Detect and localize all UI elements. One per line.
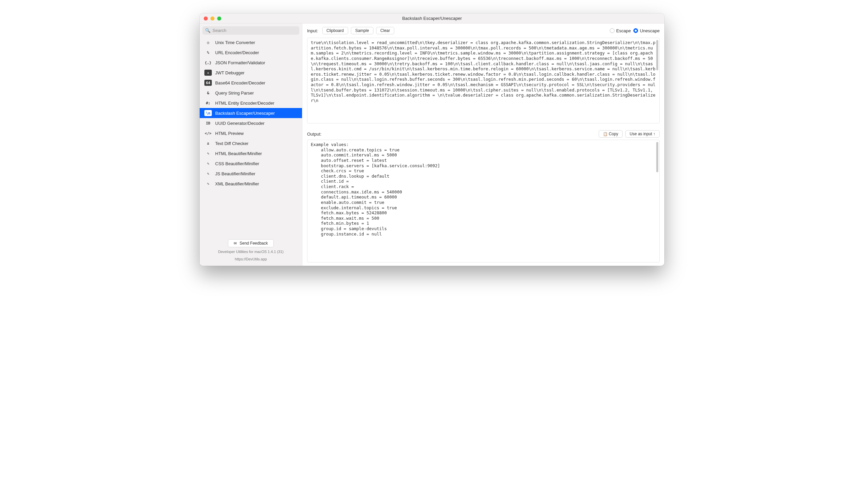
tool-icon: ±	[204, 140, 212, 146]
output-toolbar: Output: 📋 Copy Use as input ↑	[302, 127, 664, 140]
tool-icon: 64	[204, 80, 212, 86]
feedback-label: Send Feedback	[239, 241, 268, 246]
sidebar-item-css-beautifier-minifier[interactable]: ✎CSS Beautifier/Minifier	[200, 159, 302, 169]
tool-icon: ✎	[204, 160, 212, 167]
input-pane: true\n\tisolation.level = read_uncommitt…	[307, 38, 660, 123]
sidebar-item-html-beautifier-minifier[interactable]: ✎HTML Beautifier/Minifier	[200, 148, 302, 159]
sidebar-item-html-preview[interactable]: </>HTML Preview	[200, 128, 302, 138]
sidebar-item-label: HTML Entity Encoder/Decoder	[215, 101, 274, 106]
sidebar-item-jwt-debugger[interactable]: ✦JWT Debugger	[200, 67, 302, 78]
tool-icon: %	[204, 49, 212, 56]
sidebar-item-label: UUID Generator/Decoder	[215, 121, 265, 126]
scrollbar[interactable]	[656, 142, 658, 172]
sidebar-item-label: JSON Formatter/Validator	[215, 60, 265, 65]
sidebar-item-js-beautifier-minifier[interactable]: ✎JS Beautifier/Minifier	[200, 169, 302, 179]
main-panel: Input: Clipboard Sample Clear Escape Une…	[302, 24, 664, 266]
copy-button[interactable]: 📋 Copy	[599, 130, 623, 138]
mail-icon: ✉	[234, 241, 237, 246]
search-input[interactable]: 🔍 Search	[202, 26, 299, 35]
escape-radio-label: Escape	[616, 28, 631, 33]
sidebar-item-label: CSS Beautifier/Minifier	[215, 161, 259, 166]
sidebar-item-label: XML Beautifier/Minifier	[215, 181, 259, 186]
tool-icon: ✦	[204, 70, 212, 76]
sidebar-item-uuid-generator-decoder[interactable]: IDUUID Generator/Decoder	[200, 118, 302, 128]
output-pane: Example values: allow.auto.create.topics…	[307, 140, 660, 262]
tool-icon: ◷	[204, 39, 212, 46]
copy-label: Copy	[609, 132, 618, 136]
sidebar-item-base64-encoder-decoder[interactable]: 64Base64 Encoder/Decoder	[200, 78, 302, 88]
output-label: Output:	[307, 132, 322, 137]
sidebar-item-xml-beautifier-minifier[interactable]: ✎XML Beautifier/Minifier	[200, 179, 302, 189]
scrollbar[interactable]	[656, 40, 658, 70]
sidebar-item-label: Text Diff Checker	[215, 141, 249, 146]
clear-button[interactable]: Clear	[376, 27, 395, 34]
sample-button[interactable]: Sample	[351, 27, 373, 34]
input-toolbar: Input: Clipboard Sample Clear Escape Une…	[302, 24, 664, 38]
tool-icon: #;	[204, 100, 212, 106]
app-version: Developer Utilities for macOS 1.4.1 (31)	[204, 249, 298, 254]
radio-icon	[633, 28, 638, 33]
sidebar-item-label: JS Beautifier/Minifier	[215, 171, 255, 176]
close-icon[interactable]	[204, 16, 208, 21]
sidebar-item-html-entity-encoder-decoder[interactable]: #;HTML Entity Encoder/Decoder	[200, 98, 302, 108]
app-window: Backslash Escaper/Unescaper 🔍 Search ◷Un…	[200, 13, 664, 266]
sidebar-item-label: Base64 Encoder/Decoder	[215, 81, 265, 85]
minimize-icon[interactable]	[211, 16, 215, 21]
sidebar-item-json-formatter-validator[interactable]: {,}JSON Formatter/Validator	[200, 58, 302, 67]
sidebar-item-label: Query String Parser	[215, 90, 254, 96]
sidebar-item-label: Backslash Escaper/Unescaper	[215, 111, 275, 116]
tool-icon: {,}	[204, 60, 212, 65]
tool-icon: \n	[204, 110, 212, 116]
sidebar-item-label: Unix Time Converter	[215, 40, 255, 45]
sidebar-item-backslash-escaper-unescaper[interactable]: \nBackslash Escaper/Unescaper	[200, 108, 302, 118]
sidebar-item-query-string-parser[interactable]: &Query String Parser	[200, 88, 302, 98]
output-textarea[interactable]: Example values: allow.auto.create.topics…	[308, 140, 659, 262]
window-title: Backslash Escaper/Unescaper	[402, 16, 461, 21]
tool-icon: ✎	[204, 181, 212, 187]
tool-icon: </>	[204, 130, 212, 136]
escape-radio[interactable]: Escape	[610, 28, 631, 33]
tool-icon: &	[204, 90, 212, 96]
zoom-icon[interactable]	[217, 16, 221, 21]
tool-icon: ✎	[204, 171, 212, 177]
search-icon: 🔍	[205, 28, 211, 33]
input-textarea[interactable]: true\n\tisolation.level = read_uncommitt…	[308, 38, 659, 123]
sidebar-item-label: HTML Preview	[215, 131, 244, 136]
app-url: https://DevUtils.app	[204, 257, 298, 262]
sidebar: 🔍 Search ◷Unix Time Converter%URL Encode…	[200, 24, 302, 266]
sidebar-nav: ◷Unix Time Converter%URL Encoder/Decoder…	[200, 37, 302, 236]
unescape-radio-label: Unescape	[640, 28, 660, 33]
sidebar-item-unix-time-converter[interactable]: ◷Unix Time Converter	[200, 37, 302, 47]
traffic-lights	[204, 16, 221, 21]
clipboard-icon: 📋	[603, 132, 608, 136]
clipboard-button[interactable]: Clipboard	[322, 27, 348, 34]
sidebar-item-label: JWT Debugger	[215, 70, 244, 75]
search-placeholder: Search	[213, 28, 226, 33]
tool-icon: ✎	[204, 150, 212, 157]
tool-icon: ID	[204, 120, 212, 126]
unescape-radio[interactable]: Unescape	[633, 28, 660, 33]
radio-icon	[610, 28, 614, 33]
sidebar-item-url-encoder-decoder[interactable]: %URL Encoder/Decoder	[200, 47, 302, 58]
sidebar-item-text-diff-checker[interactable]: ±Text Diff Checker	[200, 138, 302, 148]
sidebar-item-label: URL Encoder/Decoder	[215, 50, 259, 55]
titlebar: Backslash Escaper/Unescaper	[200, 13, 664, 24]
sidebar-item-label: HTML Beautifier/Minifier	[215, 151, 262, 156]
send-feedback-button[interactable]: ✉ Send Feedback	[228, 239, 273, 247]
use-as-input-button[interactable]: Use as input ↑	[625, 130, 660, 138]
input-label: Input:	[307, 28, 318, 33]
